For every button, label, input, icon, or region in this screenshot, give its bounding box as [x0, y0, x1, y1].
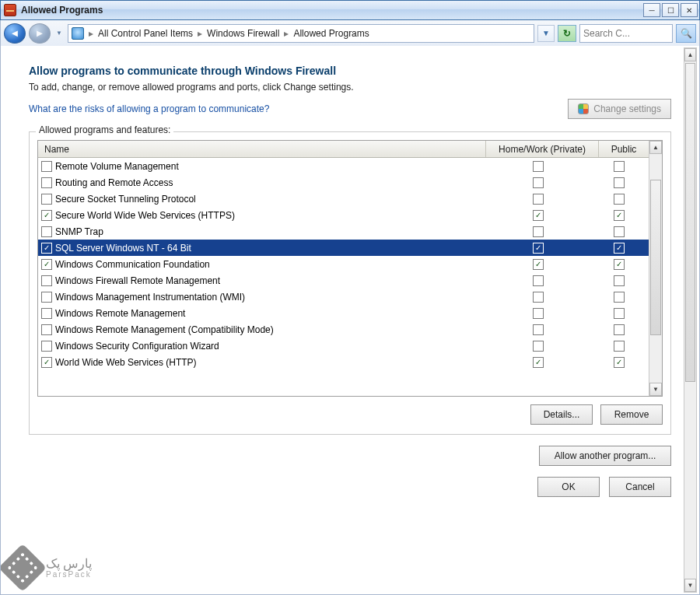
table-row[interactable]: Windows Firewall Remote Management [38, 272, 649, 289]
maximize-button[interactable]: ☐ [662, 3, 679, 17]
checkbox[interactable] [41, 324, 52, 335]
checkbox[interactable] [41, 357, 52, 368]
details-button[interactable]: Details... [530, 404, 593, 425]
back-button[interactable]: ◄ [4, 23, 26, 44]
checkbox[interactable] [614, 161, 625, 172]
checkbox[interactable] [614, 177, 625, 188]
checkbox[interactable] [41, 161, 52, 172]
checkbox[interactable] [533, 226, 544, 237]
checkbox[interactable] [614, 243, 625, 254]
table-row[interactable]: Remote Volume Management [38, 158, 649, 174]
checkbox[interactable] [614, 292, 625, 303]
program-list: Name Home/Work (Private) Public Remote V… [37, 140, 663, 397]
checkbox[interactable] [533, 161, 544, 172]
checkbox[interactable] [41, 292, 52, 303]
table-row[interactable]: SNMP Trap [38, 223, 649, 240]
checkbox[interactable] [533, 275, 544, 286]
checkbox[interactable] [614, 357, 625, 368]
table-row[interactable]: Windows Communication Foundation [38, 256, 649, 272]
search-button[interactable]: 🔍 [676, 24, 696, 43]
table-row[interactable]: Secure World Wide Web Services (HTTPS) [38, 207, 649, 223]
forward-button[interactable]: ► [29, 23, 51, 44]
table-row[interactable]: World Wide Web Services (HTTP) [38, 354, 649, 370]
checkbox[interactable] [533, 341, 544, 352]
window-scrollbar[interactable]: ▲ ▼ [684, 47, 697, 593]
control-panel-icon [72, 27, 84, 40]
checkbox[interactable] [41, 226, 52, 237]
scroll-thumb[interactable] [650, 180, 661, 335]
table-row[interactable]: Windows Management Instrumentation (WMI) [38, 289, 649, 305]
table-row[interactable]: Routing and Remote Access [38, 174, 649, 191]
allow-another-button[interactable]: Allow another program... [539, 446, 671, 466]
program-name: World Wide Web Services (HTTP) [55, 357, 483, 368]
refresh-button[interactable]: ↻ [558, 25, 576, 42]
col-name[interactable]: Name [38, 141, 486, 157]
table-row[interactable]: Secure Socket Tunneling Protocol [38, 191, 649, 207]
checkbox[interactable] [41, 341, 52, 352]
breadcrumb-item[interactable]: Allowed Programs [293, 28, 369, 39]
navbar: ◄ ► ▼ ▸ All Control Panel Items ▸ Window… [0, 20, 700, 46]
checkbox[interactable] [614, 341, 625, 352]
checkbox[interactable] [614, 226, 625, 237]
column-headers: Name Home/Work (Private) Public [38, 141, 649, 158]
ok-button[interactable]: OK [537, 477, 600, 497]
content-area: Allow programs to communicate through Wi… [0, 46, 700, 595]
table-row[interactable]: SQL Server Windows NT - 64 Bit [38, 240, 649, 256]
checkbox[interactable] [614, 194, 625, 205]
list-scrollbar[interactable]: ▲ ▼ [649, 141, 662, 396]
address-bar[interactable]: ▸ All Control Panel Items ▸ Windows Fire… [68, 24, 534, 43]
program-name: Windows Remote Management (Compatibility… [55, 324, 483, 335]
checkbox[interactable] [533, 177, 544, 188]
table-row[interactable]: Windows Remote Management [38, 305, 649, 321]
table-row[interactable]: Windows Remote Management (Compatibility… [38, 321, 649, 338]
col-home-work[interactable]: Home/Work (Private) [486, 141, 599, 157]
scroll-down-icon[interactable]: ▼ [649, 383, 662, 396]
scroll-down-icon[interactable]: ▼ [684, 579, 696, 592]
remove-button[interactable]: Remove [600, 404, 663, 425]
checkbox[interactable] [533, 259, 544, 270]
scroll-up-icon[interactable]: ▲ [684, 48, 696, 61]
checkbox[interactable] [614, 308, 625, 319]
checkbox[interactable] [41, 194, 52, 205]
scroll-thumb[interactable] [685, 63, 695, 382]
checkbox[interactable] [533, 194, 544, 205]
col-public[interactable]: Public [599, 141, 649, 157]
breadcrumb-item[interactable]: Windows Firewall [207, 28, 279, 39]
checkbox[interactable] [41, 308, 52, 319]
breadcrumb-item[interactable]: All Control Panel Items [98, 28, 193, 39]
allowed-programs-group: Allowed programs and features: Name Home… [29, 131, 671, 435]
risks-link[interactable]: What are the risks of allowing a program… [29, 103, 568, 114]
address-dropdown[interactable]: ▼ [537, 25, 555, 42]
checkbox[interactable] [533, 243, 544, 254]
checkbox[interactable] [41, 210, 52, 221]
checkbox[interactable] [41, 259, 52, 270]
checkbox[interactable] [614, 324, 625, 335]
checkbox[interactable] [41, 177, 52, 188]
checkbox[interactable] [614, 210, 625, 221]
change-settings-label: Change settings [593, 103, 661, 114]
nav-history-dropdown[interactable]: ▼ [54, 23, 65, 44]
close-button[interactable]: ✕ [681, 3, 698, 17]
checkbox[interactable] [614, 259, 625, 270]
checkbox[interactable] [533, 324, 544, 335]
checkbox[interactable] [533, 210, 544, 221]
window-title: Allowed Programs [21, 5, 103, 16]
checkbox[interactable] [41, 243, 52, 254]
program-name: SNMP Trap [55, 226, 483, 237]
watermark-logo: پارس پک ParsPack [5, 551, 92, 585]
search-input[interactable]: Search C... [579, 24, 673, 43]
checkbox[interactable] [533, 357, 544, 368]
cancel-button[interactable]: Cancel [609, 477, 671, 497]
checkbox[interactable] [533, 292, 544, 303]
checkbox[interactable] [533, 308, 544, 319]
checkbox[interactable] [614, 275, 625, 286]
allow-another-row: Allow another program... [29, 446, 671, 466]
change-settings-button[interactable]: Change settings [568, 99, 671, 119]
firewall-icon [4, 4, 16, 16]
scroll-up-icon[interactable]: ▲ [649, 141, 662, 154]
page-subtext: To add, change, or remove allowed progra… [29, 82, 671, 93]
checkbox[interactable] [41, 275, 52, 286]
table-row[interactable]: Windows Security Configuration Wizard [38, 338, 649, 354]
program-name: Remote Volume Management [55, 161, 483, 172]
minimize-button[interactable]: ─ [643, 3, 660, 17]
